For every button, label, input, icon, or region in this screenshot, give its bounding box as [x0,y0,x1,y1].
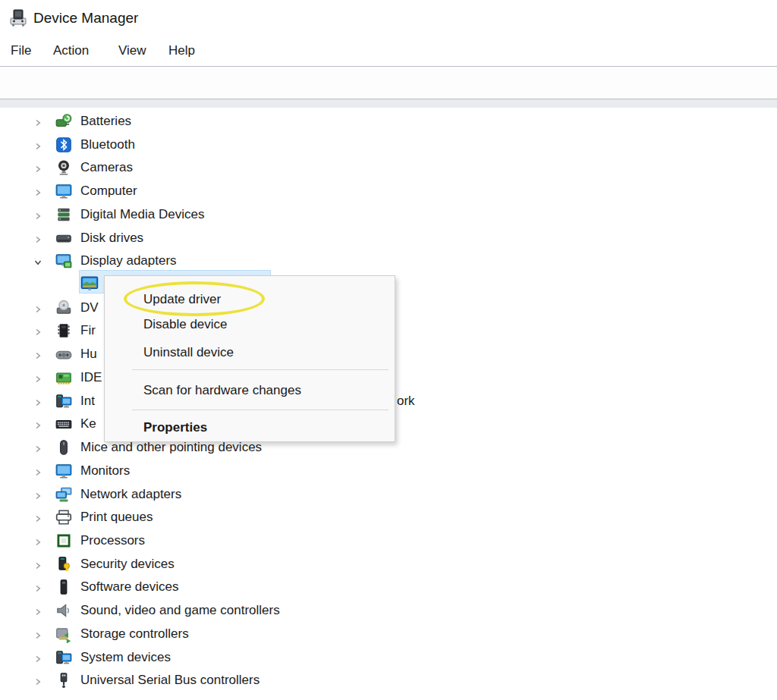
window-title: Device Manager [33,0,138,36]
chevron-right-icon[interactable] [33,303,42,312]
network-adapter-icon [55,485,73,504]
menu-file[interactable]: File [11,36,31,65]
mouse-icon [55,438,73,457]
tree-item-sound-video-and-game-controllers[interactable]: Sound, video and game controllers [0,599,777,622]
chevron-right-icon[interactable] [33,140,42,149]
chevron-right-icon[interactable] [33,117,42,126]
menu-item-properties[interactable]: Properties [105,416,395,439]
chevron-right-icon[interactable] [33,466,42,476]
menu-bar: FileActionViewHelp [0,36,777,67]
tree-item-label: Storage controllers [80,623,189,645]
tree-item-label: Bluetooth [80,133,135,156]
printer-icon [55,508,73,526]
tree-item-batteries[interactable]: Batteries [0,110,777,133]
tree-item-label: Digital Media Devices [80,203,204,226]
tree-item-label: Display adapters [80,250,177,272]
chevron-right-icon[interactable] [33,234,42,243]
chevron-right-icon[interactable] [33,582,42,592]
tree-item-universal-serial-bus-controllers[interactable]: Universal Serial Bus controllers [0,669,777,692]
tree-item-software-devices[interactable]: Software devices [0,576,777,598]
tree-item-label: Computer [80,180,137,202]
tree-item-label: IDE [80,366,102,389]
tree-item-label: Print queues [80,506,153,529]
chevron-right-icon[interactable] [33,373,42,382]
hid-icon [55,345,73,363]
storage-controller-icon [55,625,73,643]
monitor-icon [55,462,73,480]
tree-item-label: Processors [80,529,145,552]
tower-monitor-icon [55,648,73,667]
disk-drive-icon [55,229,73,247]
tree-item-label: Ke [80,413,96,435]
display-adapter-icon [55,252,73,270]
tree-item-label: Security devices [80,553,175,576]
software-device-icon [55,578,73,596]
menu-help[interactable]: Help [168,36,195,65]
battery-icon [55,112,73,130]
tree-item-cameras[interactable]: Cameras [0,156,777,179]
chevron-right-icon[interactable] [33,653,42,662]
menu-separator [132,410,388,410]
menu-view[interactable]: View [118,36,146,65]
tree-item-label: Hu [80,343,97,366]
tree-item-digital-media-devices[interactable]: Digital Media Devices [0,203,777,226]
tree-item-label: System devices [80,646,171,669]
tree-item-system-devices[interactable]: System devices [0,646,777,669]
chevron-right-icon[interactable] [33,629,42,639]
dvd-drive-icon [55,299,73,317]
tree-item-network-adapters[interactable]: Network adapters [0,483,777,506]
chevron-right-icon[interactable] [33,163,42,172]
chevron-right-icon[interactable] [33,350,42,359]
menu-item-disable-device[interactable]: Disable device [105,313,395,336]
processor-icon [55,532,73,550]
menu-item-uninstall-device[interactable]: Uninstall device [105,341,395,364]
chevron-right-icon[interactable] [33,536,42,545]
chevron-right-icon[interactable] [33,490,42,499]
tree-item-storage-controllers[interactable]: Storage controllers [0,623,777,645]
tree-item-computer[interactable]: Computer [0,180,777,202]
computer-icon [55,182,73,200]
title-bar: Device Manager [0,0,777,36]
firmware-icon [55,322,73,340]
menu-item-scan-for-hardware-changes[interactable]: Scan for hardware changes [105,379,395,402]
toolbar: ? [0,67,777,99]
tree-item-label: DV [80,297,99,319]
tree-item-disk-drives[interactable]: Disk drives [0,227,777,250]
tree-item-label: Sound, video and game controllers [80,599,280,622]
chevron-right-icon[interactable] [33,443,42,452]
tree-item-label: Monitors [80,460,130,482]
chevron-right-icon[interactable] [33,419,42,428]
tree-item-label: Disk drives [80,227,143,250]
chevron-right-icon[interactable] [33,676,42,685]
keyboard-icon [55,415,73,433]
tree-item-processors[interactable]: Processors [0,529,777,552]
chevron-right-icon[interactable] [33,326,42,335]
tree-item-print-queues[interactable]: Print queues [0,506,777,529]
tree-item-label: Network adapters [80,483,181,506]
annotation-ellipse [124,281,265,316]
chevron-right-icon[interactable] [33,397,42,406]
device-manager-icon [8,7,28,30]
chevron-right-icon[interactable] [33,606,42,615]
bluetooth-icon [55,136,73,154]
ide-card-icon [55,369,73,387]
security-device-icon [55,555,73,573]
camera-icon [55,159,73,177]
device-manager-window: Device Manager FileActionViewHelp ? Batt… [0,0,777,700]
tree-item-label: Fir [80,319,96,342]
speaker-icon [55,601,73,620]
chevron-right-icon[interactable] [33,560,42,569]
tree-item-label-fragment: ork [397,390,415,413]
tree-item-security-devices[interactable]: Security devices [0,553,777,576]
menu-separator [132,369,388,370]
tree-item-bluetooth[interactable]: Bluetooth [0,133,777,156]
tree-item-label: Batteries [80,110,131,133]
tree-item-display-adapters[interactable]: Display adapters [0,250,777,272]
chevron-right-icon[interactable] [33,513,42,522]
chevron-right-icon[interactable] [33,210,42,219]
tree-item-monitors[interactable]: Monitors [0,460,777,482]
chevron-right-icon[interactable] [33,187,42,196]
tree-item-label: Software devices [80,576,178,598]
menu-action[interactable]: Action [53,36,89,65]
chevron-down-icon[interactable] [33,256,42,265]
